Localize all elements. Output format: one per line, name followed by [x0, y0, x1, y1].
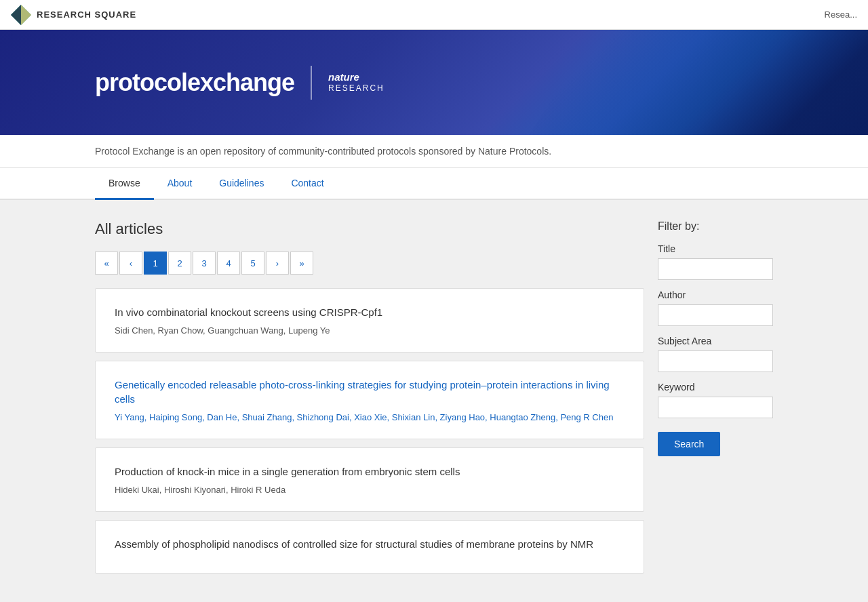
filter-sidebar: Filter by: Title Author Subject Area Key… — [658, 220, 773, 456]
svg-marker-2 — [21, 5, 31, 25]
page-3[interactable]: 3 — [193, 252, 216, 275]
filter-author-input[interactable] — [658, 304, 773, 326]
research-square-icon — [11, 5, 31, 25]
page-1[interactable]: 1 — [144, 252, 167, 275]
articles-section: All articles « ‹ 1 2 3 4 5 › » In vivo c… — [95, 220, 644, 582]
description-text: Protocol Exchange is an open repository … — [95, 146, 551, 157]
tab-contact[interactable]: Contact — [277, 168, 337, 200]
filter-author-label: Author — [658, 289, 773, 300]
nature-research-logo: nature research — [328, 71, 384, 94]
content-wrapper: All articles « ‹ 1 2 3 4 5 › » In vivo c… — [0, 200, 868, 602]
article-title: Assembly of phospholipid nanodiscs of co… — [115, 537, 625, 551]
filter-title-label: Title — [658, 243, 773, 254]
svg-marker-1 — [11, 5, 21, 25]
page-prev[interactable]: ‹ — [119, 252, 142, 275]
article-authors: Sidi Chen, Ryan Chow, Guangchuan Wang, L… — [115, 325, 330, 336]
protocol-exchange-text: protocolexchange — [95, 68, 294, 97]
filter-title-input[interactable] — [658, 258, 773, 280]
filter-subject-input[interactable] — [658, 350, 773, 372]
filter-keyword-label: Keyword — [658, 382, 773, 393]
article-card: In vivo combinatorial knockout screens u… — [95, 288, 644, 353]
article-authors: Hideki Ukai, Hiroshi Kiyonari, Hiroki R … — [115, 485, 285, 495]
article-title-link[interactable]: Genetically encoded releasable photo-cro… — [115, 378, 625, 406]
page-2[interactable]: 2 — [168, 252, 191, 275]
brand-name: RESEARCH SQUARE — [37, 9, 136, 20]
description-bar: Protocol Exchange is an open repository … — [0, 135, 868, 168]
article-card: Genetically encoded releasable photo-cro… — [95, 361, 644, 439]
hero-title: protocolexchange — [95, 68, 294, 96]
tab-guidelines[interactable]: Guidelines — [205, 168, 277, 200]
page-4[interactable]: 4 — [217, 252, 240, 275]
hero-banner: protocolexchange nature research — [0, 30, 868, 135]
nav-tabs: Browse About Guidelines Contact — [0, 168, 868, 200]
article-card: Assembly of phospholipid nanodiscs of co… — [95, 520, 644, 574]
page-next[interactable]: › — [266, 252, 289, 275]
topbar: RESEARCH SQUARE Resea... — [0, 0, 868, 30]
page-first[interactable]: « — [95, 252, 118, 275]
page-5[interactable]: 5 — [241, 252, 264, 275]
page-last[interactable]: » — [290, 252, 313, 275]
pagination: « ‹ 1 2 3 4 5 › » — [95, 252, 644, 275]
search-button[interactable]: Search — [658, 432, 720, 456]
articles-title: All articles — [95, 220, 644, 238]
topbar-right-link[interactable]: Resea... — [825, 9, 857, 20]
article-card: Production of knock-in mice in a single … — [95, 447, 644, 512]
article-title: In vivo combinatorial knockout screens u… — [115, 305, 625, 319]
tab-about[interactable]: About — [154, 168, 206, 200]
topbar-logo[interactable]: RESEARCH SQUARE — [11, 5, 136, 25]
filter-title: Filter by: — [658, 220, 773, 233]
tab-browse[interactable]: Browse — [95, 168, 154, 200]
filter-keyword-input[interactable] — [658, 397, 773, 418]
hero-logo: protocolexchange nature research — [95, 66, 384, 100]
hero-divider — [311, 66, 312, 100]
filter-subject-label: Subject Area — [658, 336, 773, 346]
article-title: Production of knock-in mice in a single … — [115, 464, 625, 479]
article-authors-link[interactable]: Yi Yang, Haiping Song, Dan He, Shuai Zha… — [115, 412, 613, 422]
